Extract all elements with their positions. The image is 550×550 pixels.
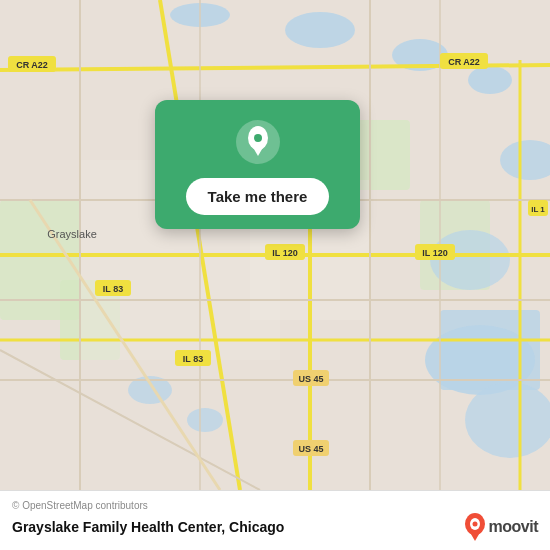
moovit-brand-text: moovit [489, 518, 538, 536]
svg-text:Grayslake: Grayslake [47, 228, 97, 240]
bottom-bar: © OpenStreetMap contributors Grayslake F… [0, 490, 550, 550]
svg-text:CR A22: CR A22 [16, 60, 48, 70]
svg-text:IL 120: IL 120 [272, 248, 297, 258]
location-card[interactable]: Take me there [155, 100, 360, 229]
location-name: Grayslake Family Health Center, Chicago [12, 519, 284, 535]
svg-point-1 [285, 12, 355, 48]
svg-text:IL 83: IL 83 [103, 284, 123, 294]
take-me-there-button[interactable]: Take me there [186, 178, 330, 215]
svg-point-3 [468, 66, 512, 94]
svg-point-59 [472, 522, 477, 527]
svg-point-15 [187, 408, 223, 432]
svg-text:US 45: US 45 [298, 444, 323, 454]
svg-text:CR A22: CR A22 [448, 57, 480, 67]
svg-text:IL 83: IL 83 [183, 354, 203, 364]
location-pin-icon [234, 118, 282, 166]
map-view[interactable]: CR A22 CR A22 IL 120 IL 120 IL 83 IL 83 … [0, 0, 550, 490]
location-name-row: Grayslake Family Health Center, Chicago … [12, 513, 538, 541]
map-attribution: © OpenStreetMap contributors [12, 500, 538, 511]
svg-marker-57 [468, 529, 482, 541]
svg-text:IL 120: IL 120 [422, 248, 447, 258]
svg-text:IL 1: IL 1 [531, 205, 545, 214]
svg-point-55 [254, 134, 262, 142]
moovit-pin-icon [464, 513, 486, 541]
svg-text:US 45: US 45 [298, 374, 323, 384]
moovit-logo: moovit [464, 513, 538, 541]
